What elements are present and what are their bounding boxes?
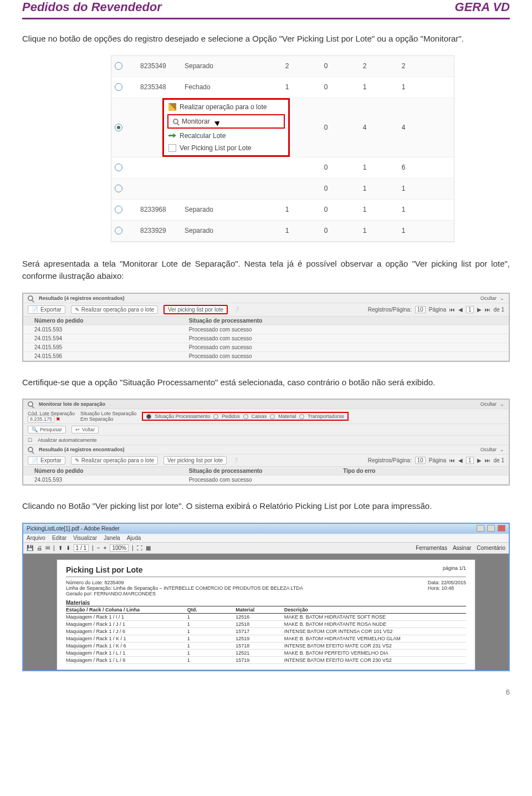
maximize-button[interactable] xyxy=(487,525,495,532)
menu-item-recalcular[interactable]: Recalcular Lote xyxy=(164,130,288,142)
magnifier-icon xyxy=(173,119,178,124)
atualizar-checkbox[interactable]: ☐ xyxy=(28,437,32,443)
minimize-button[interactable] xyxy=(477,525,484,532)
radio-icon-selected[interactable] xyxy=(115,124,122,131)
ocultar-link[interactable]: Ocultar xyxy=(480,447,497,452)
menu-editar[interactable]: Editar xyxy=(52,535,66,541)
table-row[interactable]: 0 1 6 xyxy=(111,157,454,178)
radio-icon[interactable] xyxy=(115,227,122,234)
radio-pedidos[interactable] xyxy=(213,414,218,419)
radio-icon[interactable] xyxy=(115,206,122,213)
report-heading: Picking List por Lote xyxy=(66,565,142,574)
table-row[interactable]: 8233929 Separado 1 0 1 1 xyxy=(111,221,454,242)
clear-icon[interactable]: ✖ xyxy=(56,416,60,422)
last-page-button[interactable]: ⏭ xyxy=(485,457,490,463)
table-row[interactable]: 0 1 1 xyxy=(111,178,454,200)
menu-ajuda[interactable]: Ajuda xyxy=(127,535,141,541)
realizar-operacao-button[interactable]: ✎ Realizar operação para o lote xyxy=(71,305,158,314)
window-title: PickingListLote[1].pdf - Adobe Reader xyxy=(27,525,120,532)
page-number: 6 xyxy=(22,688,510,696)
report-page-indicator: página 1/1 xyxy=(443,565,466,576)
next-page-button[interactable]: ▶ xyxy=(477,457,482,463)
situacao-value: Em Separação xyxy=(80,416,114,422)
fit-icon[interactable]: ⛶ xyxy=(137,545,142,551)
paragraph-2: Será apresentada a tela "Monitorar Lote … xyxy=(22,258,510,283)
radio-transportadoras[interactable] xyxy=(299,414,304,419)
prev-page-button[interactable]: ◀ xyxy=(458,307,463,313)
ver-picking-list-button[interactable]: Ver picking list por lote xyxy=(163,456,227,465)
exportar-button[interactable]: 📄 Exportar xyxy=(28,305,65,314)
ver-picking-list-button[interactable]: Ver picking list por lote xyxy=(163,305,228,314)
print-icon[interactable]: 🖨 xyxy=(37,545,42,551)
screenshot-options-menu: 8235349 Separado 2 0 2 2 8235348 Fechado… xyxy=(111,55,454,242)
cursor-icon xyxy=(213,118,221,125)
tool-assinar[interactable]: Assinar xyxy=(453,545,471,551)
context-menu: Realizar operação para o lote Monitorar … xyxy=(162,98,290,157)
close-button[interactable] xyxy=(498,525,505,532)
tool-ferramentas[interactable]: Ferramentas xyxy=(416,545,447,551)
page-input[interactable]: 1 xyxy=(466,306,474,313)
lote-status: Separado xyxy=(185,62,268,70)
menu-item-ver-picking-list[interactable]: Ver Picking List por Lote xyxy=(164,142,288,154)
header-title-left: Pedidos do Revendedor xyxy=(22,0,162,14)
radio-situacao-processamento[interactable] xyxy=(146,414,151,419)
zoom-out-icon[interactable]: − xyxy=(97,545,100,551)
menu-item-realizar-operacao[interactable]: Realizar operação para o lote xyxy=(164,101,288,113)
first-page-button[interactable]: ⏮ xyxy=(449,307,455,313)
radio-material[interactable] xyxy=(270,414,275,419)
materiais-title: Materiais xyxy=(66,600,90,606)
cod-lote-input[interactable]: 8.235.175 xyxy=(28,416,54,422)
material-row: Maquiagem / Rack 1 / K / 6115718INTENSE … xyxy=(66,642,466,650)
realizar-operacao-button[interactable]: ✎ Realizar operação para o lote xyxy=(71,456,158,465)
col-numero-pedido: Número do pedido xyxy=(34,318,189,324)
radio-icon[interactable] xyxy=(115,185,122,192)
screenshot-pdf-reader: PickingListLote[1].pdf - Adobe Reader Ar… xyxy=(22,523,510,671)
next-page-icon[interactable]: ⬇ xyxy=(66,545,70,551)
table-row[interactable]: 8233968 Separado 1 0 1 1 xyxy=(111,200,454,221)
page-indicator[interactable]: 1 / 1 xyxy=(74,544,89,552)
page-input[interactable]: 1 xyxy=(466,457,474,464)
help-icon[interactable]: ❔ xyxy=(232,457,239,463)
tool-comentario[interactable]: Comentário xyxy=(477,545,505,551)
first-page-button[interactable]: ⏮ xyxy=(449,457,455,463)
table-row-selected[interactable]: Realizar operação para o lote Monitorar … xyxy=(111,98,454,157)
radio-icon[interactable] xyxy=(115,83,122,91)
pdf-page: Picking List por Lote página 1/1 Número … xyxy=(57,559,475,670)
zoom-in-icon[interactable]: + xyxy=(104,545,107,551)
paragraph-4: Clicando no Botão "Ver picking list por … xyxy=(22,500,510,513)
table-row[interactable]: 8235349 Separado 2 0 2 2 xyxy=(111,56,454,77)
lote-id: 8235349 xyxy=(140,62,185,70)
help-icon[interactable]: ❔ xyxy=(233,307,240,313)
result-table: Número do pedido Situação de processamen… xyxy=(23,317,509,361)
mail-icon[interactable]: ✉ xyxy=(45,545,50,551)
per-page-input[interactable]: 10 xyxy=(415,306,426,313)
ocultar-link[interactable]: Ocultar xyxy=(480,401,497,407)
radio-caixas[interactable] xyxy=(243,414,248,419)
prev-page-button[interactable]: ◀ xyxy=(458,457,463,463)
screenshot-monitorar-lote: Monitorar lote de separação Ocultar ⌄ Có… xyxy=(22,399,510,486)
pesquisar-button[interactable]: 🔍 Pesquisar xyxy=(28,426,66,433)
menu-item-monitorar[interactable]: Monitorar xyxy=(167,114,285,129)
menu-arquivo[interactable]: Arquivo xyxy=(27,535,45,541)
radio-icon[interactable] xyxy=(115,164,122,171)
voltar-button[interactable]: ↩ Voltar xyxy=(71,426,99,433)
material-row: Maquiagem / Rack 1 / J / 6115717INTENSE … xyxy=(66,628,466,635)
last-page-button[interactable]: ⏭ xyxy=(485,307,490,313)
menu-visualizar[interactable]: Visualizar xyxy=(73,535,97,541)
paragraph-3: Certifique-se que a opção "Situação Proc… xyxy=(22,376,510,389)
view-icon[interactable]: ▦ xyxy=(146,545,151,551)
prev-page-icon[interactable]: ⬆ xyxy=(58,545,63,551)
save-icon[interactable]: 💾 xyxy=(27,545,33,551)
menu-janela[interactable]: Janela xyxy=(104,535,120,541)
panel-title: Monitorar lote de separação xyxy=(39,401,105,407)
material-row: Maquiagem / Rack 1 / L / 1112521MAKE B. … xyxy=(66,650,466,657)
per-page-input[interactable]: 10 xyxy=(415,457,426,464)
radio-icon[interactable] xyxy=(115,62,122,70)
exportar-button[interactable]: 📄 Exportar xyxy=(28,456,65,465)
material-row: Maquiagem / Rack 1 / K / 1112519MAKE B. … xyxy=(66,635,466,642)
zoom-level[interactable]: 100% xyxy=(110,544,129,552)
ocultar-link[interactable]: Ocultar xyxy=(480,295,497,301)
next-page-button[interactable]: ▶ xyxy=(477,307,482,313)
table-row[interactable]: 8235348 Fechado 1 0 1 1 xyxy=(111,77,454,98)
pencil-icon xyxy=(168,103,176,111)
